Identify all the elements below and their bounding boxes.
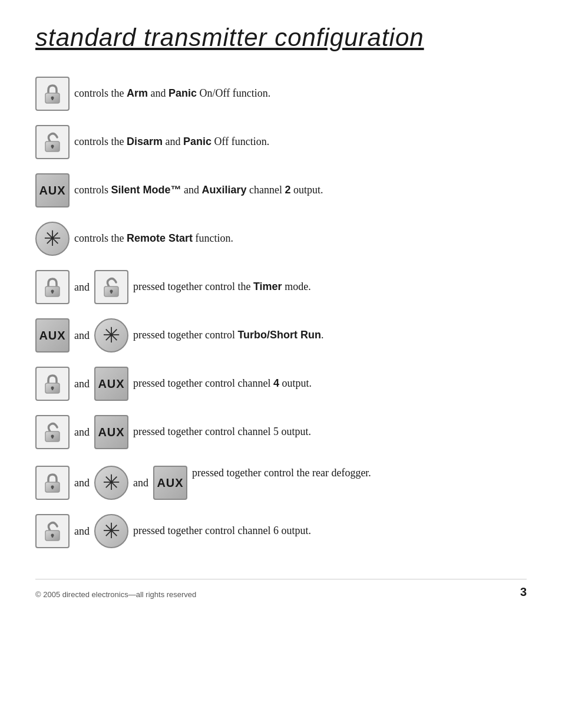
aux-icon-5: AUX [153,466,187,500]
aux-icon-3: AUX [94,367,128,401]
and-word-7: and [74,525,90,538]
row-1-text: controls the Arm and Panic On/Off functi… [74,86,527,101]
lock-closed-icon-2 [35,270,70,304]
page-title: standard transmitter configuration [35,24,527,52]
row-5: and pressed together control the Timer m… [35,263,527,311]
row-6: AUX and ✳ pressed together control Turbo… [35,311,527,360]
and-word-3: and [74,378,90,390]
star-icon-4: ✳ [94,514,128,548]
row-6-text: pressed together control Turbo/Short Run… [133,328,527,342]
svg-rect-29 [52,535,54,538]
svg-rect-23 [52,436,54,439]
row-10-text: pressed together control channel 6 outpu… [133,523,527,538]
lock-open-icon-2 [94,270,128,304]
row-2-text: controls the Disarm and Panic Off functi… [74,134,527,149]
svg-rect-17 [111,291,113,294]
footer-copyright: © 2005 directed electronics—all rights r… [35,590,196,599]
row-9-text: pressed together control the rear defogg… [192,463,527,480]
star-icon-2: ✳ [94,318,128,353]
row-1: controls the Arm and Panic On/Off functi… [35,70,527,118]
footer-page-number: 3 [520,585,527,599]
lock-open-icon-1 [35,125,70,159]
row-5-text: pressed together control the Timer mode. [133,279,527,294]
rows-container: controls the Arm and Panic On/Off functi… [35,70,527,555]
lock-open-icon-3 [35,415,70,449]
row-4: ✳ controls the Remote Start function. [35,215,527,263]
row-3-text: controls Silent Mode™ and Auxiliary chan… [74,183,527,197]
and-word-2: and [74,330,90,342]
svg-rect-14 [52,291,54,294]
aux-icon-4: AUX [94,415,128,449]
svg-rect-20 [52,388,54,390]
lock-closed-icon-3 [35,367,70,401]
row-8-text: pressed together control channel 5 outpu… [133,424,527,439]
row-2: controls the Disarm and Panic Off functi… [35,118,527,166]
star-icon-1: ✳ [35,222,70,256]
lock-closed-icon-1 [35,77,70,111]
svg-rect-8 [52,98,54,100]
row-8: and AUX pressed together control channel… [35,408,527,456]
and-word-1: and [74,281,90,294]
row-3: AUX controls Silent Mode™ and Auxiliary … [35,166,527,215]
and-word-4: and [74,426,90,439]
lock-open-icon-4 [35,514,70,548]
row-7-text: pressed together control channel 4 outpu… [133,376,527,391]
row-4-text: controls the Remote Start function. [74,231,527,246]
row-9: and ✳ and AUX pressed together control t… [35,456,527,507]
and-word-6: and [133,477,148,489]
row-10: and ✳ pressed together control channel 6… [35,507,527,555]
svg-rect-11 [52,146,54,149]
star-icon-3: ✳ [94,466,128,500]
svg-rect-26 [52,487,54,489]
aux-icon-2: AUX [35,318,70,353]
footer: © 2005 directed electronics—all rights r… [35,579,527,599]
aux-icon-1: AUX [35,173,70,207]
lock-closed-icon-4 [35,466,70,500]
and-word-5: and [74,477,90,489]
row-7: and AUX pressed together control channel… [35,360,527,408]
